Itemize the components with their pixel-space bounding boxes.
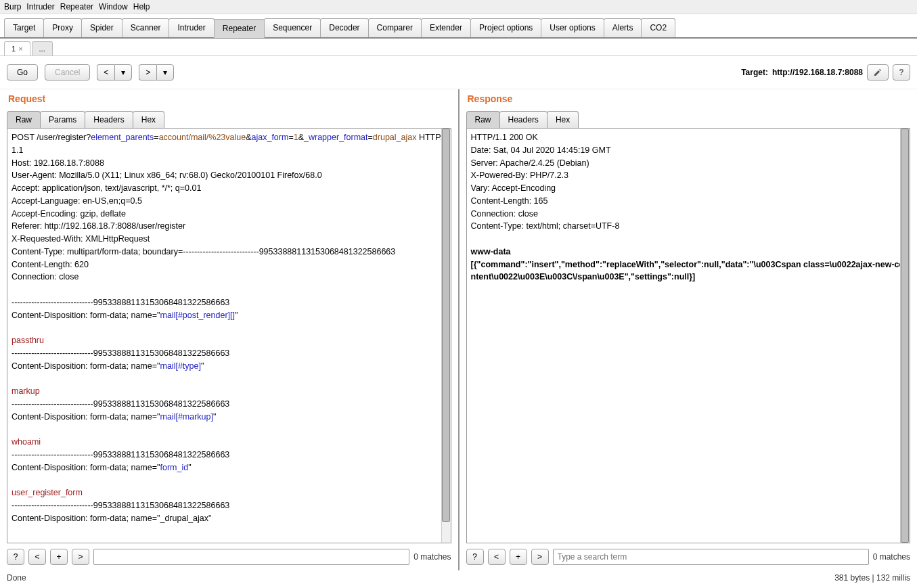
status-bar: Done 381 bytes | 132 millis: [0, 570, 917, 588]
scrollbar[interactable]: [900, 129, 910, 543]
request-tab-hex[interactable]: Hex: [133, 111, 164, 128]
history-forward-group: > ▾: [139, 64, 174, 81]
request-editor[interactable]: POST /user/register?element_parents=acco…: [7, 128, 451, 543]
response-search-input[interactable]: [553, 549, 869, 565]
response-matches: 0 matches: [873, 552, 910, 562]
tab-proxy[interactable]: Proxy: [43, 18, 82, 37]
history-back-button[interactable]: <: [97, 64, 114, 81]
tab-user-options[interactable]: User options: [541, 18, 604, 37]
response-search-add[interactable]: +: [510, 549, 527, 565]
tab-decoder[interactable]: Decoder: [320, 18, 368, 37]
tab-spider[interactable]: Spider: [81, 18, 122, 37]
response-search-row: ? < + > 0 matches: [466, 543, 911, 570]
tab-co2[interactable]: CO2: [641, 18, 675, 37]
response-tab-headers[interactable]: Headers: [499, 111, 547, 128]
question-icon: ?: [899, 68, 903, 77]
request-msg-tabs: Raw Params Headers Hex: [7, 111, 451, 128]
repeater-subtabs: 1 × ...: [0, 39, 917, 56]
tab-repeater[interactable]: Repeater: [214, 19, 265, 38]
tab-target[interactable]: Target: [4, 18, 44, 37]
response-search-help[interactable]: ?: [466, 549, 484, 565]
tab-extender[interactable]: Extender: [421, 18, 471, 37]
tab-scanner[interactable]: Scanner: [122, 18, 170, 37]
request-search-next[interactable]: >: [72, 549, 89, 565]
history-back-menu[interactable]: ▾: [114, 64, 132, 81]
request-search-prev[interactable]: <: [28, 549, 46, 565]
history-forward-button[interactable]: >: [139, 64, 156, 81]
tab-comparer[interactable]: Comparer: [368, 18, 422, 37]
response-pane: Response Raw Headers Hex HTTP/1.1 200 OK…: [458, 89, 918, 570]
response-tab-hex[interactable]: Hex: [547, 111, 579, 128]
response-search-prev[interactable]: <: [488, 549, 506, 565]
question-icon: ?: [472, 552, 477, 562]
main-tabs: Target Proxy Spider Scanner Intruder Rep…: [0, 14, 917, 39]
request-pane: Request Raw Params Headers Hex POST /use…: [0, 89, 458, 570]
menu-burp[interactable]: Burp: [4, 2, 21, 12]
response-search-next[interactable]: >: [531, 549, 549, 565]
edit-target-button[interactable]: [867, 64, 889, 81]
close-icon[interactable]: ×: [18, 45, 22, 53]
action-row: Go Cancel < ▾ > ▾ Target: http://192.168…: [0, 56, 917, 89]
response-title: Response: [468, 93, 910, 104]
target-value: http://192.168.18.7:8088: [772, 68, 863, 77]
menu-window[interactable]: Window: [99, 2, 128, 12]
scrollbar[interactable]: [441, 129, 451, 543]
history-forward-menu[interactable]: ▾: [156, 64, 174, 81]
request-tab-params[interactable]: Params: [40, 111, 85, 128]
request-search-add[interactable]: +: [50, 549, 68, 565]
repeater-tab-1[interactable]: 1 ×: [4, 41, 30, 55]
pencil-icon: [873, 68, 882, 77]
response-editor[interactable]: HTTP/1.1 200 OKDate: Sat, 04 Jul 2020 14…: [466, 128, 911, 543]
tab-project-options[interactable]: Project options: [470, 18, 541, 37]
menu-repeater[interactable]: Repeater: [60, 2, 93, 12]
request-tab-headers[interactable]: Headers: [85, 111, 133, 128]
response-msg-tabs: Raw Headers Hex: [466, 111, 911, 128]
response-tab-raw[interactable]: Raw: [466, 111, 500, 128]
request-search-input[interactable]: [93, 549, 409, 565]
repeater-tab-label: 1: [12, 45, 16, 53]
tab-alerts[interactable]: Alerts: [604, 18, 642, 37]
request-matches: 0 matches: [413, 552, 451, 562]
help-button[interactable]: ?: [893, 64, 910, 81]
question-icon: ?: [14, 552, 18, 562]
tab-sequencer[interactable]: Sequencer: [264, 18, 321, 37]
menu-intruder[interactable]: Intruder: [26, 2, 54, 12]
status-left: Done: [7, 573, 26, 583]
menubar: Burp Intruder Repeater Window Help: [0, 0, 917, 14]
menu-help[interactable]: Help: [133, 2, 150, 12]
request-search-row: ? < + > 0 matches: [7, 543, 451, 570]
repeater-tab-add[interactable]: ...: [32, 41, 53, 55]
status-right: 381 bytes | 132 millis: [834, 573, 910, 583]
cancel-button[interactable]: Cancel: [45, 64, 90, 81]
go-button[interactable]: Go: [7, 64, 38, 81]
history-back-group: < ▾: [97, 64, 132, 81]
request-tab-raw[interactable]: Raw: [7, 111, 41, 128]
request-search-help[interactable]: ?: [7, 549, 24, 565]
request-title: Request: [8, 93, 450, 104]
tab-intruder[interactable]: Intruder: [169, 18, 214, 37]
target-label: Target:: [741, 68, 768, 77]
